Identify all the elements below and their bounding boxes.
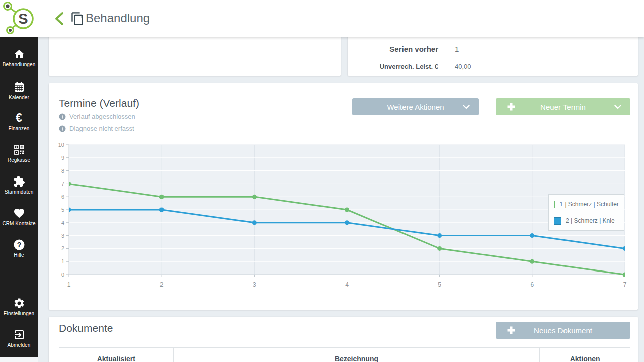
help-icon: ? [0, 238, 38, 251]
section-title-dokumente: Dokumente [59, 322, 113, 334]
summary-value: 40,00 [455, 63, 471, 70]
more-actions-label: Weitere Aktionen [387, 103, 444, 111]
gear-icon [0, 296, 38, 309]
sidebar-item-label: Regkasse [0, 157, 38, 163]
euro-icon: € [0, 111, 38, 124]
sidebar-item-label: Finanzen [0, 126, 38, 131]
svg-text:S: S [18, 11, 28, 27]
patient-card-partial [49, 30, 341, 76]
sidebar-item-crm-kontakte[interactable]: CRM Kontakte [0, 206, 38, 232]
app-logo[interactable]: S [0, 0, 38, 37]
dokumente-card: Dokumente Neues Dokument Aktualisiert Be… [49, 317, 638, 362]
svg-text:0: 0 [61, 272, 64, 278]
sidebar-item-label: CRM Kontakte [0, 221, 38, 226]
note-text: Verlauf abgeschlossen [69, 113, 135, 120]
svg-text:7: 7 [61, 180, 64, 187]
sidebar-item-label: Einstellungen [0, 311, 38, 316]
svg-text:6: 6 [530, 281, 534, 288]
page-title: Behandlung [86, 11, 150, 25]
app-window: S Behandlung Behandl [0, 0, 644, 362]
sidebar-item-hilfe[interactable]: ? Hilfe [0, 238, 38, 264]
sidebar-item-regkasse[interactable]: Regkasse [0, 143, 38, 169]
legend-entry-schulter[interactable]: 1 | Schmerz | Schulter [554, 199, 619, 209]
table-header-bezeichnung: Bezeichnung [173, 348, 540, 362]
back-button[interactable] [53, 11, 67, 26]
svg-text:2: 2 [61, 245, 64, 251]
svg-text:?: ? [17, 241, 21, 249]
svg-text:8: 8 [61, 168, 64, 174]
summary-label: Unverrech. Leist. € [348, 63, 438, 70]
chart-legend: 1 | Schmerz | Schulter 2 | Schmerz | Kni… [548, 194, 624, 231]
top-header: S Behandlung [0, 0, 644, 37]
svg-text:2: 2 [160, 281, 164, 288]
calendar-icon [0, 80, 38, 93]
sidebar-item-behandlungen[interactable]: Behandlungen [0, 47, 38, 73]
legend-label: 1 | Schmerz | Schulter [559, 201, 619, 208]
new-appointment-label: Neuer Termin [540, 103, 586, 111]
legend-entry-knie[interactable]: 2 | Schmerz | Knie [554, 216, 619, 226]
sidebar-nav: Behandlungen Kalender € Finanzen [0, 37, 38, 357]
sidebar-item-label: Kalender [0, 95, 38, 100]
logout-icon [0, 328, 38, 341]
info-icon [59, 125, 66, 132]
note-text: Diagnose nicht erfasst [69, 125, 134, 132]
chevron-left-icon [53, 11, 66, 26]
svg-text:7: 7 [623, 281, 627, 288]
sidebar-item-kalender[interactable]: Kalender [0, 80, 38, 106]
home-icon [0, 47, 38, 60]
svg-text:1: 1 [67, 281, 71, 288]
summary-value: 1 [455, 45, 459, 53]
svg-text:10: 10 [58, 142, 64, 148]
new-document-button[interactable]: Neues Dokument [496, 322, 630, 339]
logo-icon: S [0, 0, 38, 37]
termine-verlauf-card: Termine (Verlauf) Verlauf abgeschlossen … [49, 83, 638, 310]
svg-text:6: 6 [61, 194, 64, 200]
svg-text:4: 4 [61, 220, 64, 226]
treatment-document-icon [70, 12, 85, 26]
qr-code-icon [0, 143, 38, 156]
sidebar-item-label: Abmelden [0, 342, 38, 348]
sidebar-item-einstellungen[interactable]: Einstellungen [0, 296, 38, 322]
line-chart-canvas: 1234567012345678910 [55, 141, 631, 293]
summary-row: Unverrech. Leist. € 40,00 [348, 63, 638, 70]
plus-icon [507, 326, 516, 335]
more-actions-button[interactable]: Weitere Aktionen [352, 98, 479, 115]
svg-text:5: 5 [61, 207, 64, 213]
summary-label: Serien vorher [348, 45, 438, 53]
sidebar-item-stammdaten[interactable]: Stammdaten [0, 174, 38, 201]
chevron-down-icon [463, 105, 470, 109]
legend-label: 2 | Schmerz | Knie [566, 217, 615, 224]
table-header-aktionen: Aktionen [539, 348, 630, 362]
legend-swatch-blue [554, 217, 561, 225]
sidebar-item-finanzen[interactable]: € Finanzen [0, 111, 38, 137]
svg-text:5: 5 [438, 281, 441, 288]
chevron-down-icon [614, 105, 621, 109]
svg-text:4: 4 [345, 281, 349, 288]
sidebar-item-label: Stammdaten [0, 189, 38, 195]
sidebar-item-label: Behandlungen [0, 62, 38, 67]
legend-swatch-green [554, 201, 555, 208]
plus-icon [507, 102, 516, 111]
info-icon [59, 113, 66, 120]
heart-icon [0, 206, 38, 219]
svg-text:9: 9 [61, 155, 64, 161]
new-appointment-button[interactable]: Neuer Termin [496, 98, 630, 115]
note-verlauf-abgeschlossen: Verlauf abgeschlossen [59, 113, 135, 120]
table-header-aktualisiert: Aktualisiert [59, 348, 173, 362]
puzzle-icon [0, 174, 38, 188]
new-document-label: Neues Dokument [534, 326, 592, 335]
sidebar-item-label: Hilfe [0, 252, 38, 258]
sidebar-footer-strip [0, 357, 38, 362]
note-diagnose-nicht-erfasst: Diagnose nicht erfasst [59, 125, 134, 132]
svg-text:3: 3 [253, 281, 256, 288]
sidebar-item-abmelden[interactable]: Abmelden [0, 328, 38, 354]
summary-row: Serien vorher 1 [348, 45, 638, 53]
svg-text:1: 1 [61, 258, 64, 264]
pain-progress-chart: 1234567012345678910 [55, 141, 631, 293]
series-summary-card: Serien vorher 1 Unverrech. Leist. € 40,0… [348, 30, 638, 76]
section-title-termine: Termine (Verlauf) [59, 97, 139, 109]
svg-text:3: 3 [61, 233, 64, 239]
documents-table: Aktualisiert Bezeichnung Aktionen [59, 347, 630, 362]
